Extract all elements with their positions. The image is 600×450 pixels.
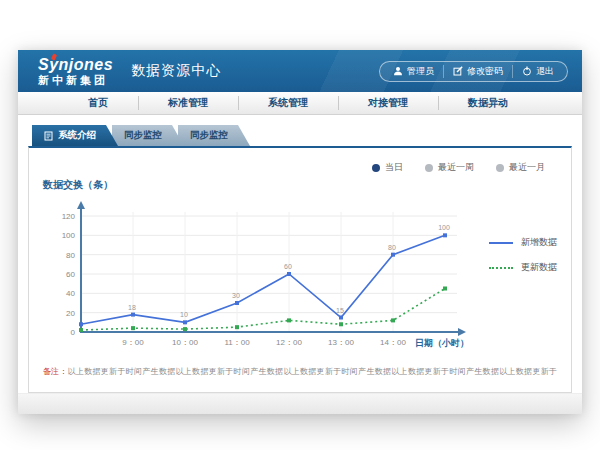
current-user[interactable]: 管理员: [384, 65, 443, 78]
svg-text:80: 80: [66, 251, 75, 260]
logo-text: Synjones: [38, 57, 113, 73]
tab-sync-monitor-2[interactable]: 同步监控: [178, 125, 250, 146]
svg-text:10: 10: [180, 311, 188, 318]
svg-text:100: 100: [438, 224, 450, 231]
main-nav: 首页 标准管理 系统管理 对接管理 数据异动: [18, 92, 582, 115]
legend-item-new-data: 新增数据: [489, 236, 557, 249]
nav-item-data-changes[interactable]: 数据异动: [438, 92, 538, 114]
y-axis-title: 数据交换（条）: [43, 178, 571, 192]
svg-text:100: 100: [62, 231, 76, 240]
tab-system-intro[interactable]: 系统介绍: [32, 125, 118, 146]
svg-text:13：00: 13：00: [328, 338, 354, 347]
svg-text:60: 60: [66, 270, 75, 279]
company-logo: Synjones 新中新集团: [38, 57, 113, 86]
footnote-text: 以上数据更新于时间产生数据以上数据更新于时间产生数据以上数据更新于时间产生数据以…: [68, 367, 558, 376]
filter-last-week[interactable]: 最近一周: [425, 161, 474, 174]
footnote-prefix: 备注：: [43, 367, 68, 376]
chart-panel: 当日 最近一周 最近一月 数据交换（条） 0204060801001209：00…: [28, 146, 572, 393]
power-icon: [522, 66, 532, 76]
nav-item-standard-mgmt[interactable]: 标准管理: [138, 92, 238, 114]
svg-text:12：00: 12：00: [276, 338, 302, 347]
radio-icon: [372, 164, 380, 172]
page-footer-strip: [18, 393, 582, 414]
radio-icon: [425, 164, 433, 172]
svg-text:30: 30: [232, 292, 240, 299]
svg-text:20: 20: [66, 309, 75, 318]
user-name: 管理员: [407, 65, 434, 78]
svg-text:11：00: 11：00: [224, 338, 250, 347]
legend-item-updated-data: 更新数据: [489, 261, 557, 274]
app-header: Synjones 新中新集团 数据资源中心 管理员 修改密码 退出: [18, 50, 582, 92]
dotted-line-icon: [489, 267, 513, 269]
nav-item-home[interactable]: 首页: [58, 92, 138, 114]
svg-text:日期（小时）: 日期（小时）: [415, 338, 469, 348]
svg-text:14：00: 14：00: [380, 338, 406, 347]
time-range-filters: 当日 最近一周 最近一月: [29, 148, 571, 178]
tab-sync-monitor-1[interactable]: 同步监控: [112, 125, 184, 146]
filter-today[interactable]: 当日: [372, 161, 403, 174]
svg-text:15: 15: [336, 307, 344, 314]
nav-item-integration-mgmt[interactable]: 对接管理: [338, 92, 438, 114]
svg-text:60: 60: [284, 263, 292, 270]
radio-icon: [496, 164, 504, 172]
svg-text:80: 80: [388, 244, 396, 251]
svg-text:120: 120: [62, 212, 76, 221]
nav-item-system-mgmt[interactable]: 系统管理: [238, 92, 338, 114]
solid-line-icon: [489, 242, 513, 244]
svg-text:9：00: 9：00: [122, 338, 144, 347]
filter-last-month[interactable]: 最近一月: [496, 161, 545, 174]
chart-container: 0204060801001209：0010：0011：0012：0013：001…: [29, 194, 571, 352]
app-window: Synjones 新中新集团 数据资源中心 管理员 修改密码 退出 首页 标准管…: [18, 50, 582, 414]
chart-legend: 新增数据 更新数据: [489, 236, 557, 274]
svg-text:40: 40: [66, 289, 75, 298]
user-toolbar: 管理员 修改密码 退出: [379, 61, 568, 82]
svg-text:0: 0: [71, 328, 76, 337]
document-icon: [44, 131, 53, 141]
svg-text:10：00: 10：00: [172, 338, 198, 347]
footnote: 备注：以上数据更新于时间产生数据以上数据更新于时间产生数据以上数据更新于时间产生…: [29, 366, 571, 377]
edit-icon: [453, 66, 463, 76]
logo-subtext: 新中新集团: [38, 75, 113, 86]
page-title: 数据资源中心: [131, 62, 221, 80]
svg-text:18: 18: [128, 304, 136, 311]
logout-button[interactable]: 退出: [512, 65, 563, 78]
content-area: 系统介绍 同步监控 同步监控 当日 最近一周: [18, 115, 582, 414]
user-icon: [393, 66, 403, 76]
line-chart: 0204060801001209：0010：0011：0012：0013：001…: [39, 194, 471, 352]
tab-bar: 系统介绍 同步监控 同步监控: [18, 115, 582, 146]
change-password-button[interactable]: 修改密码: [443, 65, 512, 78]
